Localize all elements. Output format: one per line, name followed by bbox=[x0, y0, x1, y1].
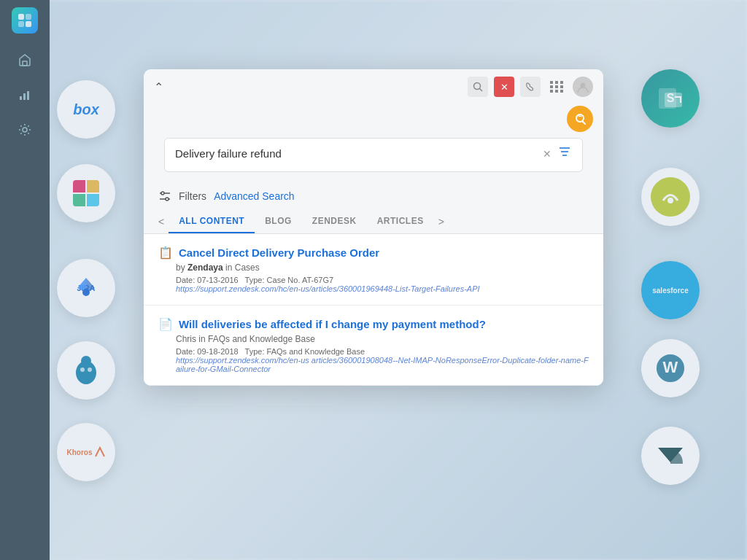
brand-logo-area bbox=[144, 101, 603, 132]
search-modal-overlay: ⌃ ✕ bbox=[0, 0, 747, 560]
search-input[interactable] bbox=[175, 147, 543, 160]
tab-articles[interactable]: ARTICLES bbox=[367, 210, 434, 233]
result-1-title[interactable]: Cancel Direct Delivery Purchase Order bbox=[179, 246, 379, 259]
result-2-title-row: 📄 Will deliveries be affected if I chang… bbox=[158, 317, 589, 331]
content-tabs: < ALL CONTENT BLOG ZENDESK ARTICLES > bbox=[144, 210, 603, 234]
result-1-url[interactable]: https://support.zendesk.com/hc/en-us/art… bbox=[158, 284, 589, 293]
tab-blog[interactable]: BLOG bbox=[255, 210, 302, 233]
result-2-meta: Chris in FAQs and Knowledge Base bbox=[158, 334, 589, 344]
result-2-location1: FAQs bbox=[208, 334, 230, 344]
tabs-next-arrow[interactable]: > bbox=[434, 216, 449, 228]
result-1-title-row: 📋 Cancel Direct Delivery Purchase Order bbox=[158, 246, 589, 260]
search-results: 📋 Cancel Direct Delivery Purchase Order … bbox=[144, 234, 603, 386]
modal-header-right: ✕ bbox=[468, 77, 593, 97]
grid-icon[interactable] bbox=[546, 77, 567, 97]
result-1-location: Cases bbox=[235, 262, 260, 273]
result-1-date: 07-13-2016 bbox=[197, 276, 238, 284]
result-2-location2: Knowledge Base bbox=[249, 334, 315, 344]
modal-header: ⌃ ✕ bbox=[144, 69, 603, 101]
user-avatar[interactable] bbox=[573, 77, 593, 97]
filters-link[interactable]: Filters bbox=[179, 190, 206, 202]
result-2-date: 09-18-2018 bbox=[197, 347, 238, 356]
result-2-url[interactable]: https://support.zendesk.com/hc/en-us art… bbox=[158, 356, 589, 373]
search-clear-button[interactable]: ✕ bbox=[543, 148, 551, 160]
result-1-author: Zendaya bbox=[187, 262, 223, 273]
tab-all-content[interactable]: ALL CONTENT bbox=[169, 210, 255, 233]
result-2-author: Chris bbox=[176, 334, 196, 344]
tabs-prev-arrow[interactable]: < bbox=[154, 216, 169, 228]
result-2-detail: Date: 09-18-2018 Type: FAQs and Knowledg… bbox=[158, 347, 589, 356]
svg-point-32 bbox=[166, 198, 169, 201]
search-input-container: ✕ bbox=[144, 132, 603, 187]
result-2-type: FAQs and Knowledge Base bbox=[267, 347, 365, 356]
filter-sliders-icon bbox=[158, 190, 171, 203]
modal-header-left: ⌃ bbox=[154, 80, 163, 94]
result-1-icon: 📋 bbox=[158, 246, 173, 260]
search-brand-logo bbox=[567, 106, 593, 132]
collapse-icon[interactable]: ⌃ bbox=[154, 80, 163, 94]
search-filter-icon[interactable] bbox=[557, 144, 572, 163]
result-item-2: 📄 Will deliveries be affected if I chang… bbox=[144, 306, 603, 386]
close-icon[interactable]: ✕ bbox=[494, 77, 514, 97]
result-1-type: Case No. AT-67G7 bbox=[267, 276, 334, 284]
search-modal: ⌃ ✕ bbox=[144, 69, 603, 386]
svg-point-30 bbox=[161, 192, 164, 195]
tab-zendesk[interactable]: ZENDESK bbox=[302, 210, 367, 233]
svg-point-22 bbox=[474, 83, 481, 90]
filters-row: Filters Advanced Search bbox=[144, 187, 603, 210]
search-icon[interactable] bbox=[468, 77, 488, 97]
result-item-1: 📋 Cancel Direct Delivery Purchase Order … bbox=[144, 234, 603, 306]
svg-line-23 bbox=[480, 89, 483, 92]
result-1-meta: by Zendaya in Cases bbox=[158, 262, 589, 273]
result-1-detail: Date: 07-13-2016 Type: Case No. AT-67G7 bbox=[158, 276, 589, 284]
result-2-icon: 📄 bbox=[158, 317, 173, 331]
advanced-search-link[interactable]: Advanced Search bbox=[214, 190, 295, 202]
phone-icon[interactable] bbox=[520, 77, 541, 97]
search-bar: ✕ bbox=[164, 138, 583, 172]
result-2-title[interactable]: Will deliveries be affected if I change … bbox=[179, 318, 486, 330]
